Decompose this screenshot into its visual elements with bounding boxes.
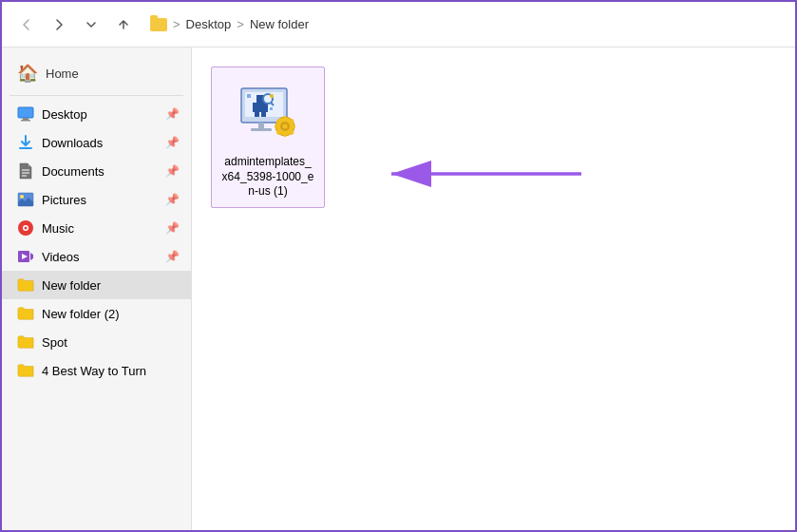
home-label: Home [46,66,79,81]
sidebar-item-new-folder-2[interactable]: New folder (2) [2,299,191,328]
sidebar-item-desktop-left: Desktop [17,105,87,123]
svg-rect-38 [270,107,273,110]
svg-rect-36 [247,94,251,98]
new-folder-label: New folder [42,278,101,293]
new-folder-icon [17,276,34,294]
svg-rect-3 [19,147,32,149]
svg-rect-20 [261,112,266,117]
new-folder-2-label: New folder (2) [42,307,120,321]
breadcrumb-desktop[interactable]: Desktop [186,17,232,31]
sidebar-item-videos-left: Videos [17,248,80,265]
svg-point-8 [20,195,24,199]
breadcrumb-folder-icon [150,18,167,31]
svg-rect-30 [275,125,278,128]
breadcrumb-sep-1: > [173,17,180,31]
sidebar-item-music-left: Music [17,219,74,237]
documents-pin-icon: 📌 [165,164,180,178]
main-layout: 🏠 Home Desktop 📌 Downloads 📌 [2,48,795,530]
downloads-icon [17,134,34,151]
desktop-icon [17,105,34,123]
admin-templates-icon [234,79,302,147]
desktop-label: Desktop [42,107,87,122]
music-icon [17,219,34,237]
sidebar-item-spot[interactable]: Spot [2,328,191,356]
sidebar-item-pictures[interactable]: Pictures 📌 [2,185,191,214]
videos-icon [17,248,34,265]
arrow-indicator [377,150,586,198]
svg-rect-19 [255,112,259,117]
music-label: Music [42,221,74,236]
home-icon: 🏠 [17,63,38,84]
sidebar-item-home[interactable]: 🏠 Home [2,55,191,91]
sidebar-item-new-folder[interactable]: New folder [2,271,191,299]
sidebar: 🏠 Home Desktop 📌 Downloads 📌 [2,48,192,530]
sidebar-item-best-way-left: 4 Best Way to Turn [17,362,146,379]
up-button[interactable] [110,11,137,38]
breadcrumb: > Desktop > New folder [150,17,309,31]
svg-rect-24 [251,128,272,131]
sidebar-item-pictures-left: Pictures [17,191,86,208]
svg-point-27 [283,124,288,129]
sidebar-item-new-folder-2-left: New folder (2) [17,305,120,322]
file-icon-container [230,75,306,151]
breadcrumb-new-folder[interactable]: New folder [250,17,309,31]
svg-rect-0 [18,107,33,118]
pictures-icon [17,191,34,208]
breadcrumb-sep-2: > [237,17,244,31]
documents-icon [17,162,34,180]
desktop-pin-icon: 📌 [165,107,180,121]
sidebar-item-downloads[interactable]: Downloads 📌 [2,128,191,157]
sidebar-item-documents[interactable]: Documents 📌 [2,157,191,185]
pictures-label: Pictures [42,193,86,207]
sidebar-item-new-folder-left: New folder [17,276,101,294]
svg-rect-29 [284,133,287,137]
file-item[interactable]: admintemplates_ x64_5398-1000_e n-us (1) [211,66,325,208]
spot-label: Spot [42,335,67,350]
new-folder-2-icon [17,305,34,322]
spot-icon [17,333,34,351]
svg-rect-37 [270,94,274,98]
svg-rect-23 [258,123,264,128]
svg-marker-13 [30,253,33,260]
recent-button[interactable] [78,11,104,38]
documents-label: Documents [42,164,104,179]
svg-rect-18 [253,103,268,112]
videos-pin-icon: 📌 [165,250,180,263]
svg-point-11 [25,227,28,230]
downloads-pin-icon: 📌 [165,136,180,149]
sidebar-divider [9,95,183,96]
sidebar-item-downloads-left: Downloads [17,134,103,151]
pictures-pin-icon: 📌 [165,193,180,206]
sidebar-item-spot-left: Spot [17,333,67,351]
svg-rect-31 [292,125,295,128]
svg-rect-1 [23,118,28,120]
sidebar-item-documents-left: Documents [17,162,104,180]
sidebar-item-best-way[interactable]: 4 Best Way to Turn [2,356,191,385]
sidebar-item-videos[interactable]: Videos 📌 [2,242,191,271]
videos-label: Videos [42,250,80,264]
svg-rect-28 [284,116,287,120]
content-area: admintemplates_ x64_5398-1000_e n-us (1) [192,48,795,530]
nav-bar: > Desktop > New folder [2,2,795,48]
best-way-icon [17,362,34,379]
sidebar-item-music[interactable]: Music 📌 [2,214,191,242]
music-pin-icon: 📌 [165,221,180,235]
file-name: admintemplates_ x64_5398-1000_e n-us (1) [222,155,314,200]
downloads-label: Downloads [42,136,103,150]
back-button[interactable] [13,11,40,38]
forward-button[interactable] [46,11,72,38]
best-way-label: 4 Best Way to Turn [42,364,146,378]
svg-rect-2 [21,120,30,122]
sidebar-item-desktop[interactable]: Desktop 📌 [2,100,191,128]
